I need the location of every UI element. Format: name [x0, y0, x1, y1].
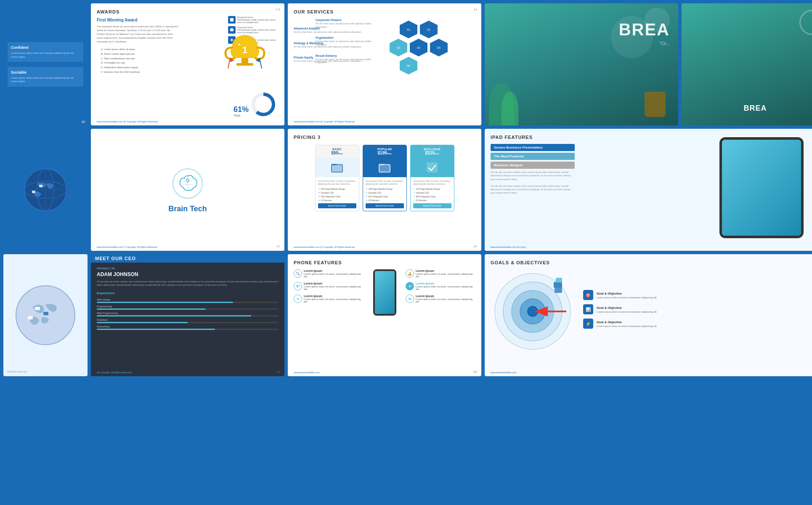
- pricing-feature: ✓ 30 Revision: [413, 199, 451, 202]
- phone-device: [368, 269, 401, 316]
- goal-text-1: Lorem ipsum dolor sit amet consectetur a…: [597, 296, 657, 299]
- skill-bar-bg-database: [97, 322, 279, 323]
- ipad-label-2: The Most Powerful: [491, 153, 575, 160]
- service-text-6: On the other hand, we denounce with righ…: [316, 58, 379, 64]
- svg-text:1: 1: [242, 45, 247, 55]
- world-rights-text: All Rights Reserved.: [7, 370, 28, 373]
- page-number-phone: 56: [473, 370, 477, 374]
- phone-feat-title-4: Lorem Ipsum: [416, 269, 475, 272]
- slide-awards-small: Confident Lorem Ipsum dolor amet.com sec…: [3, 3, 88, 125]
- pricing-card-text-popular: Lorem ipsum dolor sit amet, consectetur …: [366, 180, 404, 186]
- service-text-5: On the other hand, we denounce with righ…: [316, 40, 379, 46]
- slide-globe: [3, 129, 88, 251]
- slide-phone: PHONE FEATURES 🔍 Lorem Ipsum Lorem ipsum…: [288, 254, 481, 376]
- page-number-pricing: 29: [473, 245, 477, 248]
- pricing-title: PRICING 3: [294, 135, 475, 140]
- mail-feat-icon: 📧: [406, 295, 414, 303]
- goal-item-3: ⚡ Goal & Objective Lorem ipsum dolor sit…: [583, 319, 812, 329]
- slide-goals: GOALS & OBJECTIVES: [485, 254, 812, 376]
- skill-bar-database: [97, 322, 188, 323]
- skill-bar-bg-programming: [97, 308, 279, 310]
- pricing-body-exclusive: Lorem ipsum dolor sit amet, consectetur …: [411, 177, 454, 211]
- ipad-screen: [722, 140, 801, 236]
- brain-tech-name: Brain Tech: [168, 205, 207, 213]
- phone-feat-title-2: Lorem Ipsum: [304, 282, 364, 285]
- sociable-text: Lorem Ipsum dolor amet.com sectetur.adip…: [11, 76, 80, 83]
- hex-04: 04: [410, 39, 427, 56]
- goal-title-3: Goal & Objective: [597, 320, 657, 324]
- sociable-title: Sociable: [11, 70, 80, 74]
- brand-inner: BREA "Co...: [485, 3, 678, 125]
- pricing-price-basic: $99/mo: [319, 151, 356, 155]
- skill-label-database: Database: [97, 319, 279, 321]
- pricing-feature: ✓ 100 Page Website Design: [366, 187, 404, 190]
- keyword-text-1: Keyword herePerspiciatis unde omnis iste…: [237, 16, 276, 24]
- goals-content: 🎯 Goal & Objective Lorem ipsum dolor sit…: [491, 269, 812, 354]
- pricing-body-popular: Lorem ipsum dolor sit amet, consectetur …: [363, 177, 406, 211]
- hex-06: 06: [400, 57, 417, 74]
- hex-01: 01: [400, 21, 417, 38]
- pricing-card-text-exclusive: Lorem ipsum dolor sit amet, consectetur …: [413, 180, 451, 186]
- pricing-feature: ✓ 20 Revision: [366, 199, 404, 202]
- skill-label-networking: Networking: [97, 325, 279, 328]
- ceo-name: ADAM JOHNSON: [97, 271, 279, 277]
- skill-database: Database: [97, 319, 279, 323]
- pricing-feature: ✓ 300 Infographic Data: [413, 195, 451, 198]
- hex-03: 03: [390, 39, 407, 56]
- ipad-label-3: Business Weapon: [491, 162, 575, 169]
- phone-feat-item-4: 🔔 Lorem Ipsum Lorem ipsum dolor sit amet…: [406, 269, 475, 278]
- phone-feat-text-3: Lorem ipsum dolor sit amet, consectetur …: [304, 298, 364, 303]
- confident-card: Confident Lorem Ipsum dolor amet.com sec…: [8, 42, 83, 62]
- phone-feat-item-1: 🔍 Lorem Ipsum Lorem ipsum dolor sit amet…: [294, 269, 364, 278]
- skill-web-design: Web Design: [97, 298, 279, 303]
- awards-footer: www.braintechslides.com @ Copyright. All…: [97, 120, 159, 123]
- services-right: Corporate Finance On the other hand, we …: [316, 19, 379, 72]
- ceo-intro-text: Ut wisi enim ad minim veniam, quis nostr…: [97, 280, 279, 287]
- pricing-card-exclusive: EXCLUSIVE $319/mo Lorem ipsum dolor sit …: [410, 145, 454, 211]
- slide-extra-brand: BREA: [682, 3, 812, 125]
- pricing-tier-exclusive: EXCLUSIVE: [414, 148, 451, 151]
- phone-feat-item-3: ✉ Lorem Ipsum Lorem ipsum dolor sit amet…: [294, 295, 364, 303]
- pricing-register-exclusive[interactable]: REGISTER NOW: [413, 203, 451, 208]
- pricing-card-text-basic: Lorem ipsum dolor sit amet, consectetur …: [318, 180, 356, 186]
- brain-tech-footer: www.braintechslides.com © Copyright. All…: [97, 246, 158, 248]
- phone-feat-item-6: 📧 Lorem Ipsum Lorem ipsum dolor sit amet…: [406, 295, 475, 303]
- ipad-frame: [719, 137, 804, 238]
- ceo-footer: @ Copyright. All Rights Reserved.: [97, 371, 132, 374]
- goal-item-2: 📊 Goal & Objective Lorem ipsum dolor sit…: [583, 304, 812, 314]
- pricing-feature: ✓ Included CSS: [413, 191, 451, 194]
- ipad-left-content: IPAD FEATURES Genius Business Presentati…: [491, 135, 575, 198]
- skill-label-programming: Programming: [97, 305, 279, 308]
- service-item-5: Organization On the other hand, we denou…: [316, 36, 379, 46]
- pricing-feature: ✓ 100 Page Website Design: [413, 187, 451, 190]
- slide-brand: BREA "Co...: [485, 3, 678, 125]
- goal-icon-2: 📊: [583, 304, 593, 314]
- percent-label: 61% Total: [234, 105, 249, 117]
- ipad-label-1: Genius Business Presentation: [491, 144, 575, 151]
- experience-title: Experience: [97, 291, 279, 295]
- svg-rect-37: [43, 312, 48, 315]
- ceo-title: MEET OUR CEO: [91, 254, 284, 263]
- confident-title: Confident: [11, 45, 80, 50]
- slide-ipad: IPAD FEATURES Genius Business Presentati…: [485, 129, 812, 251]
- pricing-header-basic: BASIC $99/mo: [316, 145, 359, 158]
- pricing-icon-basic: [316, 158, 359, 177]
- pricing-price-popular: $199/mo: [366, 151, 403, 155]
- phone-content: 🔍 Lorem Ipsum Lorem ipsum dolor sit amet…: [294, 269, 475, 316]
- skill-bar-networking: [97, 329, 215, 330]
- target-svg: [491, 269, 575, 354]
- skill-bar-bg-networking: [97, 329, 279, 330]
- ipad-device: [703, 137, 812, 242]
- slide-ceo: MEET OUR CEO Introduce | Mr. ADAM JOHNSO…: [91, 254, 284, 376]
- goal-text-2: Lorem ipsum dolor sit amet consectetur a…: [597, 311, 657, 313]
- pricing-register-basic[interactable]: REGISTER NOW: [318, 203, 356, 208]
- globe-svg: [20, 165, 71, 215]
- pricing-feature: ✓ 100 Page Website Design: [318, 187, 356, 190]
- phone-feat-title-1: Lorem Ipsum: [304, 269, 364, 272]
- slide-brain-tech: Brain Tech www.braintechslides.com © Cop…: [91, 129, 284, 251]
- folder-icon: [331, 161, 343, 174]
- phone-feat-title-5: Lorem Ipsum: [416, 282, 475, 285]
- service-text-4: On the other hand, we denounce with righ…: [316, 22, 379, 29]
- svg-rect-6: [241, 58, 248, 63]
- pricing-register-popular[interactable]: REGISTER NOW: [366, 203, 404, 208]
